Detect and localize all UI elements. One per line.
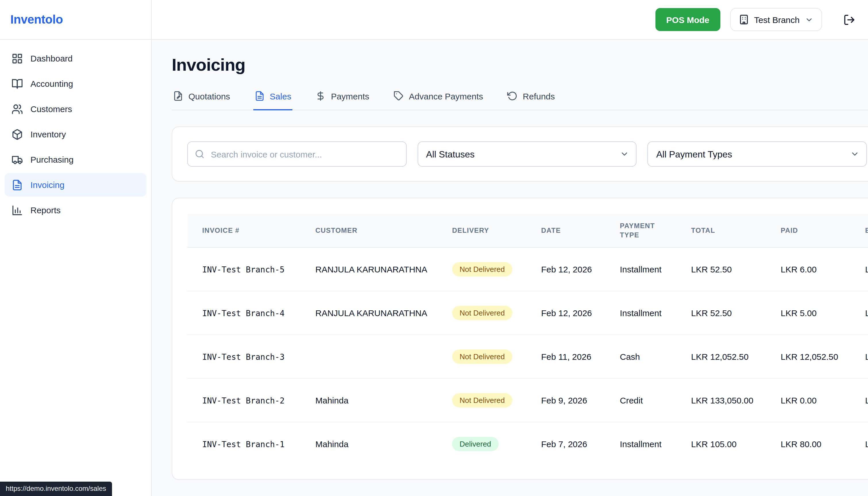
invoice-balance: LKR 47.50	[850, 291, 868, 335]
tab-advance-payments[interactable]: Advance Payments	[392, 90, 485, 110]
chevron-down-icon	[805, 15, 814, 24]
invoice-balance: LKR 133,050.00	[850, 379, 868, 422]
tab-payments[interactable]: Payments	[314, 90, 370, 110]
sidebar-item-invoicing[interactable]: Invoicing	[5, 173, 146, 197]
column-header-customer: CUSTOMER	[301, 214, 437, 248]
sidebar-item-dashboard[interactable]: Dashboard	[5, 47, 146, 70]
status-filter-wrap: All Statuses	[417, 141, 637, 167]
customer-name: Mahinda	[301, 379, 437, 422]
truck-icon	[12, 154, 23, 165]
app-logo[interactable]: Inventolo	[10, 13, 63, 27]
sidebar-item-label: Reports	[30, 205, 61, 215]
tab-quotations[interactable]: Quotations	[172, 90, 231, 110]
sidebar-item-customers[interactable]: Customers	[5, 97, 146, 121]
search-input[interactable]	[187, 141, 406, 167]
delivery-status-badge: Not Delivered	[452, 393, 512, 408]
tab-label: Sales	[270, 91, 291, 101]
sidebar-nav: Dashboard Accounting Customers Inventory	[0, 40, 151, 229]
sidebar-item-label: Purchasing	[30, 155, 74, 165]
column-header-date: DATE	[526, 214, 605, 248]
invoice-total: LKR 52.50	[676, 291, 766, 335]
tab-sales[interactable]: Sales	[253, 90, 292, 110]
payment-type-filter-select[interactable]: All Payment Types	[648, 141, 867, 167]
tab-bar: Quotations Sales Payments	[172, 90, 868, 110]
sidebar-item-label: Dashboard	[30, 53, 73, 63]
logo-row: Inventolo	[0, 0, 151, 40]
tag-icon	[393, 91, 404, 101]
sidebar: Inventolo Dashboard Accounting Customers	[0, 0, 152, 496]
column-header-delivery: DELIVERY	[437, 214, 526, 248]
invoice-date: Feb 12, 2026	[526, 291, 605, 335]
tab-label: Advance Payments	[409, 91, 483, 101]
tab-label: Payments	[331, 91, 369, 101]
invoice-total: LKR 12,052.50	[676, 335, 766, 379]
invoice-paid: LKR 12,052.50	[766, 335, 850, 379]
sidebar-item-purchasing[interactable]: Purchasing	[5, 148, 146, 171]
column-header-balance: BALANCE	[850, 214, 868, 248]
invoice-number: INV-Test Branch-3	[187, 335, 301, 379]
invoice-number: INV-Test Branch-5	[187, 248, 301, 291]
filter-bar: All Statuses All Payment Types	[172, 126, 868, 182]
invoice-table: INVOICE # CUSTOMER DELIVERY DATE PAYMENT…	[187, 214, 868, 466]
branch-selector[interactable]: Test Branch	[730, 8, 822, 31]
invoice-number: INV-Test Branch-2	[187, 379, 301, 422]
invoice-date: Feb 9, 2026	[526, 379, 605, 422]
sidebar-item-label: Accounting	[30, 79, 73, 89]
table-scroll-area[interactable]: INVOICE # CUSTOMER DELIVERY DATE PAYMENT…	[187, 214, 868, 466]
sidebar-item-inventory[interactable]: Inventory	[5, 122, 146, 146]
invoice-number: INV-Test Branch-4	[187, 291, 301, 335]
column-header-invoice: INVOICE #	[187, 214, 301, 248]
invoice-total: LKR 133,050.00	[676, 379, 766, 422]
logout-button[interactable]	[843, 14, 855, 26]
customer-name: RANJULA KARUNARATHNA	[301, 248, 437, 291]
status-filter-select[interactable]: All Statuses	[417, 141, 637, 167]
search-field-wrap	[187, 141, 406, 167]
invoice-balance: LKR 46.50	[850, 248, 868, 291]
package-icon	[12, 128, 23, 140]
invoice-balance: LKR 25.00	[850, 422, 868, 466]
invoice-date: Feb 7, 2026	[526, 422, 605, 466]
file-text-icon	[12, 179, 23, 190]
tab-label: Quotations	[189, 91, 230, 101]
sidebar-item-accounting[interactable]: Accounting	[5, 72, 146, 95]
delivery-status-badge: Not Delivered	[452, 306, 512, 321]
column-header-payment-type: PAYMENT TYPE	[605, 214, 676, 248]
logout-icon	[843, 14, 855, 26]
branch-selector-label: Test Branch	[754, 15, 800, 25]
payment-type-filter-wrap: All Payment Types	[648, 141, 867, 167]
table-header-row: INVOICE # CUSTOMER DELIVERY DATE PAYMENT…	[187, 214, 868, 248]
grid-icon	[12, 52, 23, 64]
customer-name	[301, 335, 437, 379]
tab-refunds[interactable]: Refunds	[506, 90, 556, 110]
building-icon	[739, 14, 749, 25]
app-window: Inventolo Dashboard Accounting Customers	[0, 0, 868, 496]
invoice-paid: LKR 80.00	[766, 422, 850, 466]
delivery-status-badge: Not Delivered	[452, 350, 512, 364]
file-pen-icon	[173, 91, 183, 101]
file-text-icon	[254, 91, 264, 101]
link-preview-status-bar: https://demo.inventolo.com/sales	[0, 482, 112, 496]
dollar-icon	[316, 91, 326, 101]
page-title: Invoicing	[172, 55, 868, 75]
tab-label: Refunds	[523, 91, 555, 101]
table-row[interactable]: INV-Test Branch-2 Mahinda Not Delivered …	[187, 379, 868, 422]
invoice-date: Feb 12, 2026	[526, 248, 605, 291]
pos-mode-button[interactable]: POS Mode	[656, 8, 720, 31]
payment-type: Credit	[605, 379, 676, 422]
sidebar-item-reports[interactable]: Reports	[5, 198, 146, 222]
invoice-number: INV-Test Branch-1	[187, 422, 301, 466]
table-row[interactable]: INV-Test Branch-4 RANJULA KARUNARATHNA N…	[187, 291, 868, 335]
payment-type: Cash	[605, 335, 676, 379]
payment-type: Installment	[605, 422, 676, 466]
book-open-icon	[12, 78, 23, 89]
table-row[interactable]: INV-Test Branch-5 RANJULA KARUNARATHNA N…	[187, 248, 868, 291]
invoice-paid: LKR 0.00	[766, 379, 850, 422]
table-row[interactable]: INV-Test Branch-1 Mahinda Delivered Feb …	[187, 422, 868, 466]
invoice-balance: LKR 0.00	[850, 335, 868, 379]
invoice-table-card: INVOICE # CUSTOMER DELIVERY DATE PAYMENT…	[172, 198, 868, 480]
users-icon	[12, 103, 23, 115]
invoice-paid: LKR 6.00	[766, 248, 850, 291]
customer-name: RANJULA KARUNARATHNA	[301, 291, 437, 335]
table-row[interactable]: INV-Test Branch-3 Not Delivered Feb 11, …	[187, 335, 868, 379]
invoice-total: LKR 105.00	[676, 422, 766, 466]
